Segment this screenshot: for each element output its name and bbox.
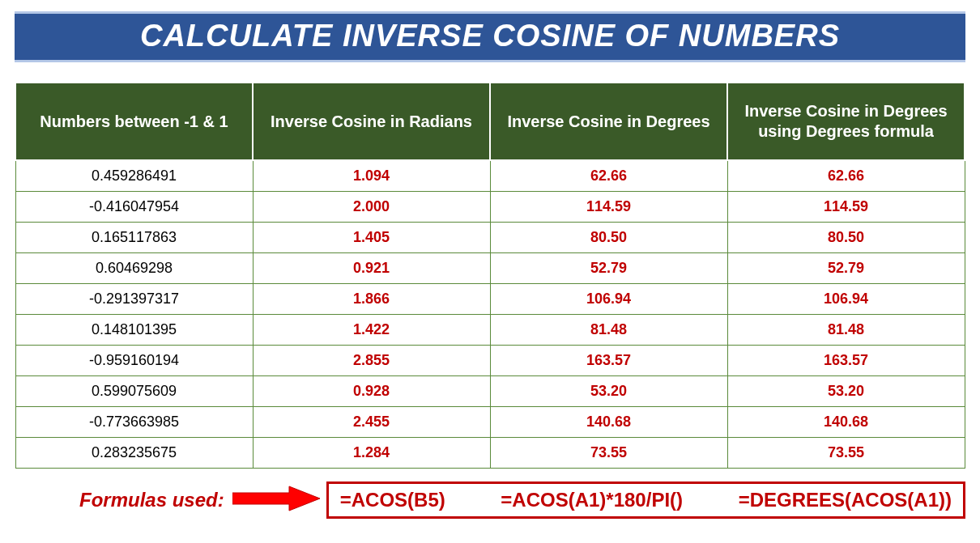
table-row: 0.283235675 1.284 73.55 73.55 bbox=[15, 438, 965, 469]
formula-1: =ACOS(B5) bbox=[340, 489, 445, 511]
cell-number: -0.416047954 bbox=[15, 192, 253, 223]
cell-number: -0.291397317 bbox=[15, 284, 253, 315]
table-row: 0.148101395 1.422 81.48 81.48 bbox=[15, 315, 965, 346]
data-table: Numbers between -1 & 1 Inverse Cosine in… bbox=[15, 82, 965, 469]
formulas-section: Formulas used: =ACOS(B5) =ACOS(A1)*180/P… bbox=[15, 481, 965, 519]
cell-degrees: 52.79 bbox=[490, 253, 727, 284]
spacer bbox=[15, 62, 965, 82]
cell-degf: 106.94 bbox=[727, 284, 965, 315]
cell-degf: 62.66 bbox=[727, 160, 965, 192]
cell-number: 0.283235675 bbox=[15, 438, 253, 469]
cell-degf: 114.59 bbox=[727, 192, 965, 223]
cell-degrees: 106.94 bbox=[490, 284, 727, 315]
cell-degf: 140.68 bbox=[727, 407, 965, 438]
cell-number: 0.148101395 bbox=[15, 315, 253, 346]
cell-radians: 2.000 bbox=[253, 192, 490, 223]
cell-number: 0.165117863 bbox=[15, 223, 253, 253]
header-degrees: Inverse Cosine in Degrees bbox=[490, 83, 727, 160]
header-degrees-formula: Inverse Cosine in Degrees using Degrees … bbox=[727, 83, 965, 160]
cell-radians: 1.405 bbox=[253, 223, 490, 253]
cell-radians: 1.422 bbox=[253, 315, 490, 346]
cell-degf: 80.50 bbox=[727, 223, 965, 253]
cell-degf: 163.57 bbox=[727, 346, 965, 376]
cell-number: 0.599075609 bbox=[15, 376, 253, 407]
cell-degrees: 140.68 bbox=[490, 407, 727, 438]
page-title: CALCULATE INVERSE COSINE OF NUMBERS bbox=[15, 11, 965, 62]
cell-number: -0.773663985 bbox=[15, 407, 253, 438]
svg-marker-0 bbox=[232, 486, 320, 511]
header-row: Numbers between -1 & 1 Inverse Cosine in… bbox=[15, 83, 965, 160]
formula-2: =ACOS(A1)*180/PI() bbox=[501, 489, 683, 511]
cell-number: 0.60469298 bbox=[15, 253, 253, 284]
cell-degrees: 62.66 bbox=[490, 160, 727, 192]
cell-degrees: 80.50 bbox=[490, 223, 727, 253]
table-row: 0.599075609 0.928 53.20 53.20 bbox=[15, 376, 965, 407]
formula-box: =ACOS(B5) =ACOS(A1)*180/PI() =DEGREES(AC… bbox=[326, 481, 965, 519]
table-row: 0.459286491 1.094 62.66 62.66 bbox=[15, 160, 965, 192]
table-row: -0.959160194 2.855 163.57 163.57 bbox=[15, 346, 965, 376]
header-numbers: Numbers between -1 & 1 bbox=[15, 83, 253, 160]
cell-radians: 0.921 bbox=[253, 253, 490, 284]
cell-radians: 2.855 bbox=[253, 346, 490, 376]
cell-radians: 1.094 bbox=[253, 160, 490, 192]
cell-degrees: 53.20 bbox=[490, 376, 727, 407]
cell-radians: 1.284 bbox=[253, 438, 490, 469]
cell-degf: 52.79 bbox=[727, 253, 965, 284]
table-row: -0.291397317 1.866 106.94 106.94 bbox=[15, 284, 965, 315]
cell-degrees: 114.59 bbox=[490, 192, 727, 223]
cell-number: -0.959160194 bbox=[15, 346, 253, 376]
cell-degf: 73.55 bbox=[727, 438, 965, 469]
table-row: 0.165117863 1.405 80.50 80.50 bbox=[15, 223, 965, 253]
table-row: -0.773663985 2.455 140.68 140.68 bbox=[15, 407, 965, 438]
formulas-label: Formulas used: bbox=[15, 489, 228, 511]
formula-3: =DEGREES(ACOS(A1)) bbox=[739, 489, 952, 511]
cell-degrees: 163.57 bbox=[490, 346, 727, 376]
cell-radians: 0.928 bbox=[253, 376, 490, 407]
cell-radians: 1.866 bbox=[253, 284, 490, 315]
cell-degrees: 81.48 bbox=[490, 315, 727, 346]
cell-degf: 53.20 bbox=[727, 376, 965, 407]
header-radians: Inverse Cosine in Radians bbox=[253, 83, 490, 160]
table-row: 0.60469298 0.921 52.79 52.79 bbox=[15, 253, 965, 284]
cell-radians: 2.455 bbox=[253, 407, 490, 438]
table-row: -0.416047954 2.000 114.59 114.59 bbox=[15, 192, 965, 223]
cell-degf: 81.48 bbox=[727, 315, 965, 346]
cell-degrees: 73.55 bbox=[490, 438, 727, 469]
cell-number: 0.459286491 bbox=[15, 160, 253, 192]
arrow-icon bbox=[232, 485, 322, 515]
